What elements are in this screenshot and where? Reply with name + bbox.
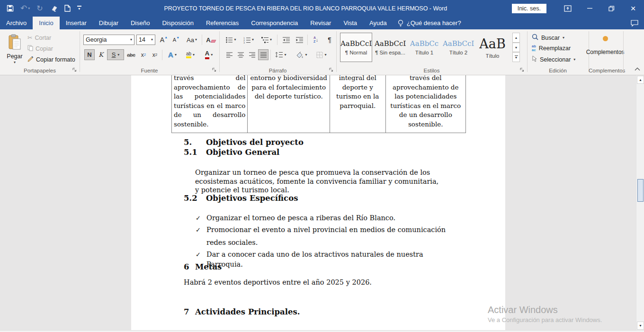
paragraph-dialog-launcher-icon[interactable] (328, 67, 334, 72)
style-title[interactable]: AaB Título (476, 33, 509, 62)
table-cell[interactable]: través del aprovechamiento de las potenc… (172, 75, 248, 133)
style-heading2[interactable]: AaBbCcD Título 2 (442, 33, 474, 62)
styles-scroll-down-icon[interactable]: ▼ (512, 43, 520, 53)
find-button[interactable]: Buscar▾ (532, 34, 564, 42)
tab-correspondencia[interactable]: Correspondencia (245, 17, 304, 29)
decrease-indent-button[interactable] (280, 34, 292, 45)
align-center-button[interactable] (235, 49, 246, 60)
font-color-button[interactable]: A▾ (201, 49, 217, 60)
document-page[interactable]: través del aprovechamiento de las potenc… (131, 75, 505, 330)
align-left-button[interactable] (224, 49, 234, 60)
clipboard-dialog-launcher-icon[interactable] (72, 67, 77, 72)
line-spacing-button[interactable]: ▾ (273, 49, 289, 60)
table-cell[interactable]: entorno y biodiversidad para el fortalec… (248, 75, 330, 133)
font-dialog-launcher-icon[interactable] (211, 67, 217, 72)
heading6-text[interactable]: Metas (195, 262, 222, 271)
tell-me-box[interactable]: ¿Qué desea hacer? (393, 17, 466, 29)
highlight-color-button[interactable]: ab▾ (182, 49, 199, 60)
font-size-combo[interactable]: 14▾ (136, 35, 155, 45)
style-heading1[interactable]: AaBbCc Título 1 (408, 33, 440, 62)
superscript-button[interactable]: x2 (150, 49, 160, 60)
status-bar-edge (0, 330, 644, 332)
style-normal[interactable]: AaBbCcD ¶ Normal (340, 33, 372, 62)
styles-gallery-more-icon[interactable]: ▼ (512, 52, 520, 62)
format-painter-button[interactable]: Copiar formato (27, 56, 75, 63)
tab-insertar[interactable]: Insertar (60, 17, 93, 29)
paragraph-objetivo-general[interactable]: Organizar un torneo de pesca que promuev… (195, 168, 443, 195)
tab-dibujar[interactable]: Dibujar (93, 17, 125, 29)
scroll-up-icon[interactable]: ▲ (637, 76, 644, 84)
strikethrough-button[interactable]: abc (125, 49, 137, 60)
heading7-number[interactable]: 7 (184, 307, 189, 316)
styles-scroll-up-icon[interactable]: ▲ (512, 33, 520, 43)
scrollbar-thumb[interactable] (637, 179, 644, 202)
restore-button[interactable] (600, 0, 622, 17)
minimize-button[interactable] (579, 0, 600, 17)
grow-font-button[interactable]: A▲ (158, 34, 170, 45)
checklist-item[interactable]: ✓ Promocionar el evento a nivel provinci… (196, 224, 447, 249)
heading7-text[interactable]: Actividades Principales. (195, 307, 300, 316)
paragraph-group-label: Párrafo (219, 68, 336, 73)
bold-button[interactable]: N (84, 49, 95, 60)
borders-button[interactable]: ▾ (313, 49, 331, 60)
increase-indent-button[interactable] (293, 34, 305, 45)
bullets-button[interactable]: ▾ (224, 34, 238, 45)
align-right-button[interactable] (247, 49, 257, 60)
checklist-item[interactable]: ✓ Dar a conocer cada uno de los atractiv… (196, 250, 451, 269)
table-cell[interactable]: través del aprovechamiento de las potenc… (386, 75, 465, 133)
ribbon-display-options-icon[interactable] (557, 0, 579, 17)
tab-archivo[interactable]: Archivo (0, 17, 33, 29)
vertical-scrollbar[interactable]: ▲ ▼ (636, 75, 644, 330)
font-family-combo[interactable]: Georgia▾ (83, 35, 134, 45)
heading6-number[interactable]: 6 (184, 262, 189, 271)
tab-diseno[interactable]: Diseño (125, 17, 156, 29)
text-effects-button[interactable]: A▾ (165, 49, 180, 60)
show-marks-button[interactable]: ¶ (324, 34, 335, 45)
tab-vista[interactable]: Vista (337, 17, 363, 29)
subscript-button[interactable]: x2 (138, 49, 149, 60)
tab-ayuda[interactable]: Ayuda (363, 17, 393, 29)
heading51-number[interactable]: 5.1 (184, 148, 197, 157)
title-bar: ↶▾ ↻ ▾ PROYECTO TORNEO DE PESCA EN RIBER… (0, 0, 644, 17)
addins-button[interactable]: Complementos (589, 33, 622, 55)
heading51-text[interactable]: Objetivo General (206, 148, 279, 157)
new-document-icon[interactable] (64, 5, 71, 12)
styles-dialog-launcher-icon[interactable] (519, 67, 525, 72)
table-cell[interactable]: integral del deporte y turismo en la par… (330, 75, 386, 133)
multilevel-list-button[interactable]: ▾ (259, 34, 274, 45)
scroll-down-icon[interactable]: ▼ (637, 322, 644, 330)
save-icon[interactable] (7, 5, 14, 12)
shading-button[interactable]: ▾ (293, 49, 311, 60)
collapse-ribbon-icon[interactable] (635, 64, 640, 73)
tab-inicio[interactable]: Inicio (33, 17, 59, 29)
justify-button[interactable] (258, 49, 268, 60)
paste-button[interactable]: Pegar ▾ (4, 32, 26, 70)
group-paragraph: ▾ 123▾ ▾ AZ ↓ ¶ (219, 29, 336, 75)
tab-referencias[interactable]: Referencias (200, 17, 245, 29)
document-table[interactable]: través del aprovechamiento de las potenc… (171, 75, 466, 133)
ink-eraser-icon[interactable] (50, 5, 58, 12)
tab-disposicion[interactable]: Disposición (156, 17, 199, 29)
tab-revisar[interactable]: Revisar (304, 17, 337, 29)
heading52-number[interactable]: 5.2 (184, 194, 197, 203)
change-case-button[interactable]: Aa▾ (185, 34, 199, 45)
shrink-font-button[interactable]: A▼ (170, 34, 182, 45)
style-no-spacing[interactable]: AaBbCcD ¶ Sin espa... (374, 33, 406, 62)
italic-button[interactable]: K (96, 49, 106, 60)
checklist-item[interactable]: ✓ Organizar el torneo de pesca a riberas… (196, 213, 447, 223)
search-icon (532, 34, 538, 42)
close-button[interactable]: × (622, 0, 644, 17)
underline-button[interactable]: S▾ (107, 49, 124, 60)
select-button[interactable]: Seleccionar▾ (532, 55, 575, 63)
paragraph-metas[interactable]: Habrá 2 eventos deportivos entre el año … (184, 278, 439, 287)
comments-icon[interactable] (625, 17, 644, 29)
sign-in-button[interactable]: Inic. ses. (512, 4, 546, 13)
clear-formatting-button[interactable]: A (205, 34, 217, 45)
replace-button[interactable]: abac Reemplazar (532, 45, 571, 52)
heading5-text[interactable]: Objetivos del proyecto (206, 138, 304, 147)
heading5-number[interactable]: 5. (184, 138, 192, 147)
customize-qat-icon[interactable]: ▾ (77, 6, 81, 11)
heading52-text[interactable]: Objetivos Específicos (206, 194, 298, 203)
sort-button[interactable]: AZ ↓ (309, 34, 322, 45)
numbering-button[interactable]: 123▾ (241, 34, 256, 45)
